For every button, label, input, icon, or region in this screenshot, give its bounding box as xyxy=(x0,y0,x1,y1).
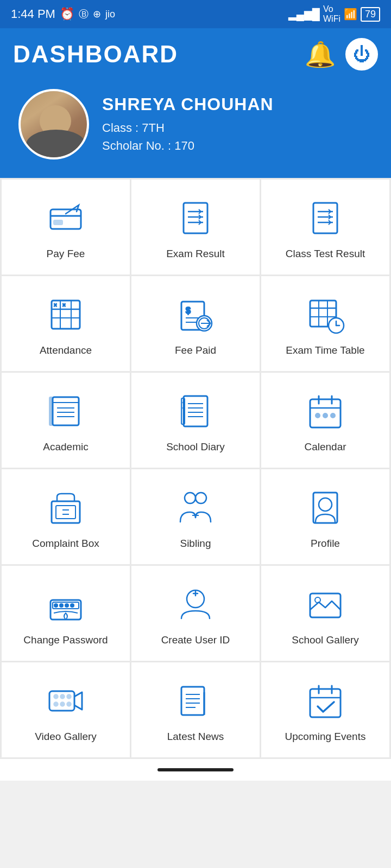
status-right: ▂▄▆█ VoWiFi 📶 79 xyxy=(288,4,380,24)
create-user-id-label: Create User ID xyxy=(161,634,230,647)
header-icons: 🔔 ⏻ xyxy=(305,38,378,71)
profile-name: SHREYA CHOUHAN xyxy=(102,94,274,114)
school-diary-icon xyxy=(174,390,217,433)
upcoming-events-icon xyxy=(304,679,347,723)
svg-point-79 xyxy=(60,694,65,699)
header-top: DASHBOARD 🔔 ⏻ xyxy=(13,38,378,71)
grid-item-school-gallery[interactable]: School Gallery xyxy=(261,566,389,661)
notification-bell-icon[interactable]: 🔔 xyxy=(305,40,336,69)
latest-news-label: Latest News xyxy=(167,730,224,744)
profile-label: Profile xyxy=(311,537,340,551)
b-icon: Ⓑ xyxy=(79,8,89,21)
svg-point-68 xyxy=(60,604,63,607)
grid-item-upcoming-events[interactable]: Upcoming Events xyxy=(261,662,389,757)
dashboard-grid: Pay Fee Exam Result Class Test Result ××… xyxy=(0,178,391,759)
home-indicator xyxy=(157,768,234,771)
create-user-id-icon xyxy=(174,583,217,626)
school-gallery-icon xyxy=(304,583,347,626)
svg-point-80 xyxy=(60,702,65,706)
profile-scholar: Scholar No. : 170 xyxy=(102,137,274,155)
grid-item-academic[interactable]: Academic xyxy=(2,373,130,468)
svg-point-81 xyxy=(67,694,71,699)
svg-point-75 xyxy=(315,597,320,603)
attendance-label: Attendance xyxy=(40,344,92,358)
svg-point-69 xyxy=(65,604,68,607)
signal-bars: ▂▄▆█ xyxy=(288,8,320,21)
power-icon: ⏻ xyxy=(353,44,370,65)
svg-point-82 xyxy=(67,702,71,706)
avatar xyxy=(18,89,89,159)
latest-news-icon xyxy=(174,679,217,723)
jio-label: jio xyxy=(105,9,115,20)
svg-rect-83 xyxy=(181,687,204,715)
grid-item-fee-paid[interactable]: $ Fee Paid xyxy=(131,276,260,371)
video-gallery-label: Video Gallery xyxy=(35,730,97,744)
svg-rect-40 xyxy=(49,397,53,425)
upcoming-events-label: Upcoming Events xyxy=(285,730,366,744)
svg-point-67 xyxy=(54,604,58,607)
class-test-result-label: Class Test Result xyxy=(286,247,365,261)
grid-item-complaint-box[interactable]: Complaint Box xyxy=(2,469,130,564)
svg-rect-0 xyxy=(51,209,81,229)
grid-item-pay-fee[interactable]: Pay Fee xyxy=(2,180,130,275)
video-gallery-icon xyxy=(44,679,87,723)
grid-item-calendar[interactable]: Calendar xyxy=(261,373,389,468)
grid-item-sibling[interactable]: Sibling xyxy=(131,469,260,564)
complaint-box-icon xyxy=(44,486,87,529)
svg-rect-35 xyxy=(53,397,79,425)
grid-item-school-diary[interactable]: School Diary xyxy=(131,373,260,468)
svg-text:×: × xyxy=(54,302,57,308)
signal-icon: ⊕ xyxy=(93,8,101,20)
calendar-icon xyxy=(304,390,347,433)
time-display: 1:44 PM xyxy=(11,7,55,21)
svg-rect-57 xyxy=(56,506,75,519)
grid-item-create-user-id[interactable]: Create User ID xyxy=(131,566,260,661)
exam-result-icon xyxy=(174,196,217,240)
fee-paid-label: Fee Paid xyxy=(175,344,216,358)
svg-rect-3 xyxy=(184,203,207,233)
grid-item-exam-result[interactable]: Exam Result xyxy=(131,180,260,275)
svg-point-77 xyxy=(54,694,58,699)
wifi-icon: 📶 xyxy=(344,8,357,21)
grid-item-exam-time-table[interactable]: Exam Time Table xyxy=(261,276,389,371)
power-button[interactable]: ⏻ xyxy=(345,38,378,71)
class-test-result-icon xyxy=(304,196,347,240)
bottom-bar xyxy=(0,759,391,781)
dashboard-title: DASHBOARD xyxy=(13,41,178,68)
grid-item-profile[interactable]: Profile xyxy=(261,469,389,564)
status-bar: 1:44 PM ⏰ Ⓑ ⊕ jio ▂▄▆█ VoWiFi 📶 79 xyxy=(0,0,391,28)
attendance-icon: ×× xyxy=(44,293,87,336)
svg-rect-65 xyxy=(51,600,81,620)
svg-point-60 xyxy=(185,493,195,503)
exam-time-table-icon xyxy=(304,293,347,336)
grid-item-change-password[interactable]: Change Password xyxy=(2,566,130,661)
grid-item-video-gallery[interactable]: Video Gallery xyxy=(2,662,130,757)
svg-point-61 xyxy=(195,493,206,503)
exam-result-label: Exam Result xyxy=(166,247,225,261)
grid-item-class-test-result[interactable]: Class Test Result xyxy=(261,180,389,275)
svg-point-55 xyxy=(331,413,335,418)
svg-point-78 xyxy=(54,702,58,706)
sibling-label: Sibling xyxy=(180,537,211,551)
svg-rect-7 xyxy=(313,203,337,233)
profile-info: SHREYA CHOUHAN Class : 7TH Scholar No. :… xyxy=(102,94,274,155)
fee-paid-icon: $ xyxy=(174,293,217,336)
svg-point-70 xyxy=(71,604,74,607)
svg-point-64 xyxy=(319,498,332,511)
school-gallery-label: School Gallery xyxy=(292,634,359,647)
svg-point-53 xyxy=(316,413,320,418)
calendar-label: Calendar xyxy=(304,441,346,454)
school-diary-label: School Diary xyxy=(166,441,225,454)
pay-fee-label: Pay Fee xyxy=(47,247,85,261)
change-password-icon xyxy=(44,583,87,626)
alarm-icon: ⏰ xyxy=(60,7,74,21)
pay-fee-icon xyxy=(44,196,87,240)
change-password-label: Change Password xyxy=(23,634,108,647)
svg-text:$: $ xyxy=(186,306,191,315)
svg-point-54 xyxy=(323,413,327,418)
complaint-box-label: Complaint Box xyxy=(32,537,99,551)
grid-item-attendance[interactable]: ×× Attendance xyxy=(2,276,130,371)
grid-item-latest-news[interactable]: Latest News xyxy=(131,662,260,757)
svg-rect-41 xyxy=(184,396,207,426)
status-left: 1:44 PM ⏰ Ⓑ ⊕ jio xyxy=(11,7,115,21)
